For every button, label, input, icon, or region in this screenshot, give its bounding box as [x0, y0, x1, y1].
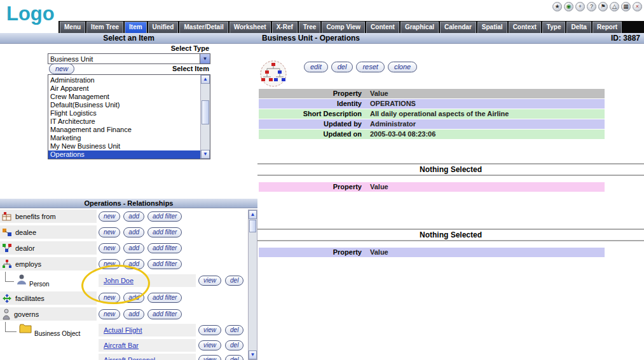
add-filter-button[interactable]: add filter [147, 227, 182, 237]
new-button[interactable]: new [99, 293, 120, 303]
scrollbar-thumb[interactable] [202, 100, 209, 124]
list-item[interactable]: Administration [48, 76, 200, 84]
property-name: Updated by [259, 119, 367, 129]
add-filter-button[interactable]: add filter [147, 309, 182, 319]
tab-worksheet[interactable]: Worksheet [230, 22, 271, 33]
scroll-up-icon[interactable]: ▲ [201, 75, 210, 84]
relationship-label: employs [15, 260, 41, 268]
section-header-bar: Select an Item Business Unit - Operation… [0, 33, 644, 44]
property-table-header: Property Value [259, 182, 605, 192]
new-button[interactable]: new [99, 227, 120, 237]
view-button[interactable]: view [198, 340, 221, 350]
list-item-selected[interactable]: Operations [48, 150, 200, 159]
item-id: ID: 3887 [611, 33, 640, 43]
alert-icon[interactable]: △ [610, 2, 619, 11]
tab-item[interactable]: Item [125, 22, 147, 33]
related-item-actions: view del [198, 325, 243, 335]
new-button[interactable]: new [99, 309, 120, 319]
add-button[interactable]: add [123, 293, 144, 303]
property-table: Property Value Identity OPERATIONS Short… [259, 89, 605, 140]
scrollbar-track[interactable] [249, 233, 257, 350]
scroll-down-icon[interactable]: ▼ [201, 150, 210, 159]
tab-context[interactable]: Context [509, 22, 541, 33]
org-chart-icon [259, 58, 288, 88]
scrollbar-thumb[interactable] [249, 220, 256, 232]
view-button[interactable]: view [198, 276, 221, 286]
tab-item-tree[interactable]: Item Tree [86, 22, 123, 33]
clone-button[interactable]: clone [388, 62, 417, 72]
property-table-header: Property Value [259, 89, 605, 99]
related-item-link-aircraft-bar[interactable]: Aircraft Bar [104, 342, 139, 349]
grid-icon[interactable]: ▦ [621, 2, 631, 11]
reset-button[interactable]: reset [356, 62, 384, 72]
tab-menu[interactable]: Menu [60, 22, 85, 33]
chevron-down-icon[interactable]: ▼ [200, 54, 210, 63]
list-item[interactable]: Flight Logistics [48, 109, 200, 117]
scroll-down-icon[interactable]: ▼ [249, 350, 257, 359]
view-button[interactable]: view [198, 355, 221, 360]
item-actions: edit del reset clone [304, 62, 417, 72]
add-filter-button[interactable]: add filter [147, 259, 182, 269]
tab-delta[interactable]: Delta [566, 22, 591, 33]
related-item-link-actual-flight[interactable]: Actual Flight [104, 326, 142, 334]
property-name: Short Description [259, 109, 367, 119]
del-button[interactable]: del [225, 276, 243, 286]
tab-report[interactable]: Report [593, 22, 622, 33]
add-filter-button[interactable]: add filter [147, 243, 182, 253]
related-item-link-aircraft-personel[interactable]: Aircraft Personel [104, 356, 155, 360]
list-item[interactable]: Air Apparent [48, 84, 200, 93]
tab-comp-view[interactable]: Comp View [322, 22, 365, 33]
select-type-label: Select Type [48, 44, 209, 52]
tab-graphical[interactable]: Graphical [401, 22, 439, 33]
del-button[interactable]: del [225, 355, 243, 360]
new-button[interactable]: new [99, 243, 120, 253]
column-header-value: Value [367, 248, 605, 257]
add-button[interactable]: add [123, 309, 144, 319]
type-select[interactable]: Business Unit ▼ [48, 53, 210, 64]
tab-content[interactable]: Content [366, 22, 399, 33]
tab-calendar[interactable]: Calendar [440, 22, 476, 33]
del-button[interactable]: del [225, 325, 243, 335]
add-filter-button[interactable]: add filter [147, 293, 182, 303]
add-button[interactable]: add [123, 243, 144, 253]
list-item[interactable]: My New Business Unit [48, 142, 200, 150]
person-type-label: Person [29, 281, 50, 288]
relationship-label: governs [14, 310, 39, 318]
list-item[interactable]: Marketing [48, 134, 200, 142]
new-button[interactable]: new [99, 211, 120, 222]
listbox-scrollbar[interactable]: ▲ ▼ [200, 75, 210, 159]
add-button[interactable]: add [123, 259, 144, 269]
list-item[interactable]: IT Architecture [48, 117, 200, 126]
relationships-scrollbar[interactable]: ▲ ▼ [248, 210, 257, 360]
table-row: Short Description All daily operational … [259, 109, 605, 119]
list-item[interactable]: Management and Finance [48, 126, 200, 134]
list-item[interactable]: Crew Management [48, 93, 200, 101]
globe-icon[interactable]: ◉ [564, 2, 573, 11]
related-item-link-john-doe[interactable]: John Doe [104, 277, 134, 284]
tab-x-ref[interactable]: X-Ref [272, 22, 298, 33]
empty-section-middle: Nothing Selected Property Value [257, 163, 644, 192]
add-button[interactable]: add [123, 211, 144, 222]
tab-master-detail[interactable]: Master/Detail [179, 22, 228, 33]
view-button[interactable]: view [198, 325, 221, 335]
tab-unified[interactable]: Unified [148, 22, 179, 33]
close-icon[interactable]: × [633, 2, 642, 11]
flag-icon[interactable]: ⚑ [598, 2, 608, 11]
add-button[interactable]: add [123, 227, 144, 237]
help-icon[interactable]: ? [587, 2, 596, 11]
tab-tree[interactable]: Tree [299, 22, 321, 33]
add-icon[interactable]: + [575, 2, 585, 11]
new-button[interactable]: new [99, 259, 120, 269]
scrollbar-track[interactable] [201, 84, 210, 150]
del-button[interactable]: del [331, 62, 353, 72]
tab-type[interactable]: Type [542, 22, 566, 33]
list-item[interactable]: Default(Business Unit) [48, 101, 200, 109]
del-button[interactable]: del [225, 340, 243, 350]
relationship-label: benefits from [15, 213, 56, 220]
edit-button[interactable]: edit [304, 62, 328, 72]
add-filter-button[interactable]: add filter [147, 211, 182, 222]
tab-spatial[interactable]: Spatial [477, 22, 507, 33]
star-icon[interactable]: ★ [552, 2, 562, 11]
relationship-label: dealor [15, 244, 35, 252]
scroll-up-icon[interactable]: ▲ [249, 210, 257, 219]
